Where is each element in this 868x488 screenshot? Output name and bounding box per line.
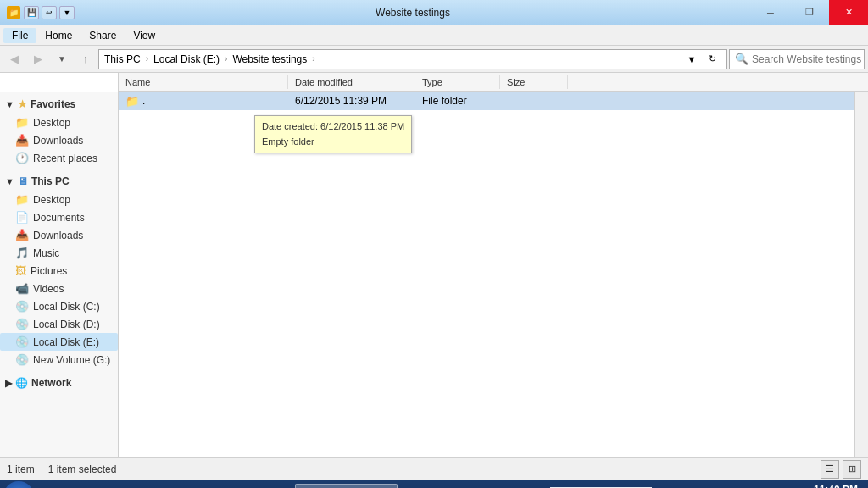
system-tray: 🔔 ⌨ 📶 🔊 11:40 PM 6/12/2015 [737,484,865,488]
tooltip-date-created: Date created: 6/12/2015 11:38 PM [262,119,404,135]
menu-share[interactable]: Share [81,28,125,43]
start-button[interactable]: ⊞ [3,481,34,488]
sidebar-item-label: Downloads [33,230,83,241]
sidebar-item-label: Recent places [33,152,97,164]
taskbar-term-icon[interactable]: ⌨ [237,483,264,488]
thispc-icon: 🖥 [18,175,28,187]
breadcrumb-sep-1: › [146,54,148,64]
save-quick-icon[interactable]: 💾 [24,6,39,19]
sidebar-item-recent-places[interactable]: 🕐 Recent places [0,149,118,167]
menu-home[interactable]: Home [36,28,81,43]
sidebar-item-music[interactable]: 🎵 Music [0,244,118,262]
taskbar-chrome-icon[interactable]: 🔵 [64,483,92,488]
address-dropdown-button[interactable]: ▼ [682,50,701,69]
network-label: Network [31,377,71,389]
documents-icon: 📄 [15,211,29,224]
sidebar-item-videos[interactable]: 📹 Videos [0,280,118,297]
taskbar-ie-icon[interactable]: 🌐 [36,483,63,488]
breadcrumb-sep-2: › [225,54,227,64]
desktop-folder-icon: 📁 [15,116,29,129]
taskbar-media-icon[interactable]: 🎬 [266,483,293,488]
forward-button[interactable]: ▶ [27,48,49,70]
titlebar: 📁 💾 ↩ ▼ Website testings ─ ❐ ✕ [0,0,868,25]
large-icons-view-button[interactable]: ⊞ [843,460,861,479]
favorites-star-icon: ★ [18,98,27,110]
sidebar-item-label: Documents [33,212,85,224]
menu-file[interactable]: File [3,28,36,43]
item-count: 1 item [7,463,35,475]
search-box[interactable]: 🔍 [729,49,865,69]
close-button[interactable]: ✕ [829,0,868,25]
tray-time: 11:40 PM [814,484,858,488]
app-icon: 📁 [7,6,20,19]
minimize-button[interactable]: ─ [751,0,790,25]
statusbar-view-controls: ☰ ⊞ [821,460,861,479]
restore-button[interactable]: ❐ [790,0,829,25]
favorites-label: Favorites [31,98,75,110]
taskbar-folder-icon[interactable]: 📁 [122,483,149,488]
column-headers: Name Date modified Type Size [119,73,868,92]
column-headers-row: Name Date modified Type Size [0,73,868,92]
sidebar-item-locale[interactable]: 💿 Local Disk (E:) [0,333,118,351]
menubar: File Home Share View [0,25,868,46]
downloads-folder-icon: 📥 [15,134,29,147]
sidebar-item-locald[interactable]: 💿 Local Disk (D:) [0,315,118,333]
recent-button[interactable]: ▼ [51,48,73,70]
locald-icon: 💿 [15,318,29,330]
pictures-icon: 🖼 [15,264,26,277]
sidebar-item-pictures[interactable]: 🖼 Pictures [0,262,118,280]
col-header-date[interactable]: Date modified [288,75,415,89]
search-input[interactable] [752,53,868,65]
col-header-size[interactable]: Size [500,75,568,89]
col-header-name[interactable]: Name [119,75,288,89]
up-button[interactable]: ↑ [75,48,97,70]
titlebar-left: 📁 💾 ↩ ▼ [7,6,75,19]
statusbar-info: 1 item 1 item selected [7,463,116,475]
breadcrumb-localdisk[interactable]: Local Disk (E:) [153,53,220,65]
breadcrumb-thispc[interactable]: This PC [104,53,141,65]
back-button[interactable]: ◀ [3,48,25,70]
tray-clock[interactable]: 11:40 PM 6/12/2015 [814,484,858,488]
sidebar-item-favorites-desktop[interactable]: 📁 Desktop [0,114,118,131]
taskbar-photos-icon[interactable]: 🖼 [151,483,178,488]
scrollbar[interactable] [854,92,868,458]
sidebar-item-documents[interactable]: 📄 Documents [0,208,118,226]
content-wrapper: 📁 . 6/12/2015 11:39 PM File folder Date … [119,92,854,458]
window-title: Website testings [75,7,751,19]
sidebar-item-label: Downloads [33,135,83,147]
favorites-expand-icon: ▼ [5,99,14,109]
sidebar-thispc-header[interactable]: ▼ 🖥 This PC [0,172,118,191]
breadcrumb-websitetestings[interactable]: Website testings [232,53,307,65]
sidebar-item-label: Desktop [33,194,70,206]
dropdown-quick-icon[interactable]: ▼ [59,6,75,19]
search-icon: 🔍 [735,53,748,65]
sidebar-item-label: Music [33,247,59,259]
sidebar-item-localc[interactable]: 💿 Local Disk (C:) [0,297,118,315]
sidebar-item-downloads[interactable]: 📥 Downloads [0,226,118,244]
taskbar-firefox-icon[interactable]: 🦊 [209,483,236,488]
taskbar-app-websitetestings[interactable]: 📁 Website testings [295,484,398,488]
menu-view[interactable]: View [125,28,164,43]
table-row[interactable]: 📁 . 6/12/2015 11:39 PM File folder [119,92,854,110]
address-refresh-button[interactable]: ↻ [703,50,721,69]
col-header-type[interactable]: Type [415,75,500,89]
window-controls: ─ ❐ ✕ [751,0,868,25]
undo-quick-icon[interactable]: ↩ [42,6,57,19]
sidebar-item-desktop[interactable]: 📁 Desktop [0,191,118,208]
locale-icon: 💿 [15,336,29,348]
sidebar-network-header[interactable]: ▶ 🌐 Network [0,374,118,392]
details-view-button[interactable]: ☰ [821,460,839,479]
taskbar-excel-icon[interactable]: 📊 [93,483,120,488]
sidebar-favorites-header[interactable]: ▼ ★ Favorites [0,95,118,114]
dl-icon: 📥 [15,229,29,241]
content-area[interactable]: 📁 . 6/12/2015 11:39 PM File folder Date … [119,92,854,458]
taskbar: ⊞ 🌐 🔵 📊 📁 🖼 🎨 🦊 ⌨ 🎬 📁 Website testings A… [0,480,868,488]
sidebar-item-favorites-downloads[interactable]: 📥 Downloads [0,131,118,149]
file-date-col: 6/12/2015 11:39 PM [292,95,419,107]
file-type-col: File folder [419,95,504,107]
sidebar-item-newvolume[interactable]: 💿 New Volume (G:) [0,351,118,369]
sidebar-item-label: Videos [33,283,64,295]
file-tooltip: Date created: 6/12/2015 11:38 PM Empty f… [254,115,412,153]
address-bar: This PC › Local Disk (E:) › Website test… [98,49,727,69]
taskbar-paint-icon[interactable]: 🎨 [180,483,207,488]
